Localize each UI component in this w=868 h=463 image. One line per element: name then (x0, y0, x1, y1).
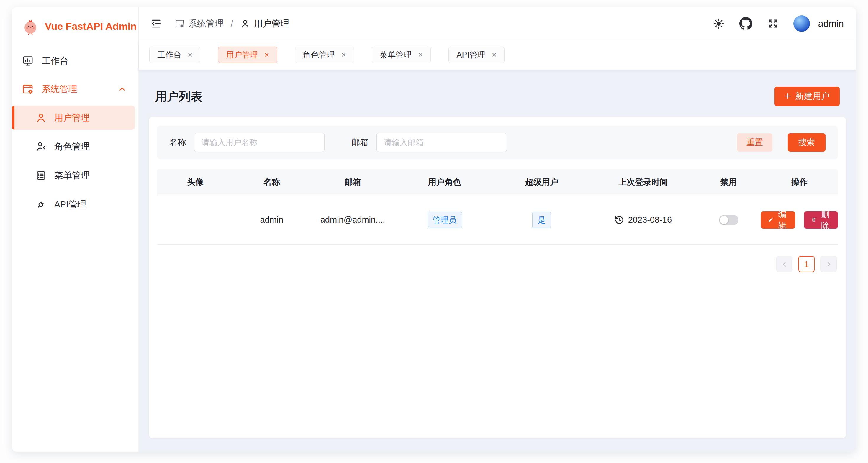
tab-close-icon[interactable]: × (265, 51, 269, 59)
tab-label: 角色管理 (303, 49, 335, 60)
new-user-button[interactable]: + 新建用户 (774, 87, 840, 106)
delete-button[interactable]: 删除 (804, 211, 838, 229)
sidebar-item-workbench[interactable]: 工作台 (12, 49, 138, 72)
user-table: 头像 名称 邮箱 用户角色 超级用户 上次登录时间 禁用 操作 admin ad… (157, 169, 838, 245)
tab-strip: 工作台 × 用户管理 × 角色管理 × 菜单管理 × API管理 × (139, 40, 856, 70)
disabled-toggle[interactable] (719, 215, 739, 225)
sidebar-item-label: 工作台 (42, 55, 68, 67)
cell-role: 管理员 (396, 212, 493, 228)
cell-last-login: 2023-08-16 (590, 215, 696, 225)
window-gear-icon (22, 83, 34, 95)
monitor-icon (22, 55, 34, 67)
filter-bar: 名称 邮箱 重置 搜索 (157, 126, 838, 159)
sidebar-item-user-management[interactable]: 用户管理 (12, 106, 135, 130)
history-clock-icon (615, 215, 624, 225)
breadcrumb-separator: / (231, 19, 233, 29)
edit-button[interactable]: 编辑 (761, 211, 795, 229)
sidebar-collapse-icon[interactable] (149, 17, 163, 30)
tab-close-icon[interactable]: × (188, 51, 192, 59)
plus-icon: + (784, 91, 791, 101)
page-title: 用户列表 (155, 89, 203, 105)
app-window: Vue FastAPI Admin 工作台 系统管理 (12, 7, 856, 452)
sidebar-item-role-management[interactable]: 角色管理 (12, 134, 135, 159)
cell-actions: 编辑 删除 (761, 211, 838, 229)
name-filter-label: 名称 (169, 137, 186, 148)
name-filter-input[interactable] (194, 133, 324, 152)
pencil-icon (768, 216, 773, 224)
column-superuser: 超级用户 (493, 177, 590, 188)
top-actions: admin (712, 15, 844, 32)
next-page-button[interactable] (820, 256, 837, 272)
chick-logo-icon (22, 18, 39, 35)
sidebar-item-menu-management[interactable]: 菜单管理 (12, 163, 135, 188)
tab-role-management[interactable]: 角色管理 × (295, 46, 354, 63)
tab-label: API管理 (457, 49, 485, 60)
role-tag: 管理员 (428, 212, 462, 228)
tab-menu-management[interactable]: 菜单管理 × (372, 46, 431, 63)
sidebar-item-label: 系统管理 (42, 83, 77, 95)
table-header-row: 头像 名称 邮箱 用户角色 超级用户 上次登录时间 禁用 操作 (157, 169, 838, 195)
email-filter-label: 邮箱 (352, 137, 368, 148)
sidebar-item-system-management[interactable]: 系统管理 (12, 77, 138, 101)
page-header: 用户列表 + 新建用户 (149, 80, 846, 113)
username[interactable]: admin (818, 18, 844, 29)
tab-api-management[interactable]: API管理 × (448, 46, 504, 63)
tab-workbench[interactable]: 工作台 × (149, 46, 200, 63)
user-role-icon (35, 141, 46, 152)
last-login-value: 2023-08-16 (628, 215, 672, 225)
sidebar: Vue FastAPI Admin 工作台 系统管理 (12, 7, 139, 452)
superuser-tag: 是 (532, 212, 551, 228)
page-number-1[interactable]: 1 (798, 256, 815, 272)
cell-email: admin@admin.... (309, 215, 396, 225)
pagination: 1 (157, 256, 838, 272)
cell-superuser: 是 (493, 212, 590, 228)
user-icon (35, 112, 46, 123)
table-row: admin admin@admin.... 管理员 是 (157, 195, 838, 245)
column-last-login: 上次登录时间 (590, 177, 696, 188)
column-disabled: 禁用 (696, 177, 761, 188)
cell-disabled (696, 215, 761, 225)
window-gear-icon (175, 19, 185, 29)
breadcrumb-user-management[interactable]: 用户管理 (240, 18, 289, 30)
column-name: 名称 (234, 177, 309, 188)
theme-toggle-icon[interactable] (712, 17, 725, 30)
sidebar-menu: 工作台 系统管理 (12, 49, 138, 217)
tab-label: 菜单管理 (380, 49, 411, 60)
plug-icon (35, 199, 46, 210)
chevron-right-icon (825, 260, 833, 268)
breadcrumb-label: 系统管理 (188, 18, 224, 30)
breadcrumb-label: 用户管理 (254, 18, 289, 30)
github-icon[interactable] (739, 17, 753, 30)
column-avatar: 头像 (157, 177, 234, 188)
user-list-card: 名称 邮箱 重置 搜索 头像 名称 邮箱 用户角色 超级用户 (149, 117, 846, 438)
prev-page-button[interactable] (776, 256, 793, 272)
brand-title: Vue FastAPI Admin (45, 21, 136, 32)
menu-list-icon (35, 170, 46, 181)
fullscreen-icon[interactable] (766, 17, 780, 30)
search-button[interactable]: 搜索 (788, 133, 826, 152)
top-bar: 系统管理 / 用户管理 (139, 7, 856, 40)
trash-icon (811, 216, 816, 224)
breadcrumb-system-management[interactable]: 系统管理 (175, 18, 224, 30)
brand[interactable]: Vue FastAPI Admin (12, 7, 138, 35)
tab-close-icon[interactable]: × (341, 51, 346, 59)
user-avatar[interactable] (793, 15, 810, 32)
column-actions: 操作 (761, 177, 838, 188)
email-filter-input[interactable] (376, 133, 507, 152)
tab-close-icon[interactable]: × (492, 51, 497, 59)
breadcrumb: 系统管理 / 用户管理 (175, 18, 289, 30)
chevron-left-icon (781, 260, 788, 268)
main-area: 系统管理 / 用户管理 (139, 7, 856, 452)
tab-close-icon[interactable]: × (418, 51, 423, 59)
column-email: 邮箱 (309, 177, 396, 188)
cell-name: admin (234, 215, 309, 225)
tab-label: 工作台 (157, 49, 181, 60)
tab-label: 用户管理 (226, 49, 258, 60)
content-area: 用户列表 + 新建用户 名称 邮箱 重置 搜索 (139, 70, 856, 452)
chevron-up-icon (118, 85, 127, 94)
toggle-knob (720, 216, 728, 224)
sidebar-item-api-management[interactable]: API管理 (12, 192, 135, 217)
reset-button[interactable]: 重置 (737, 133, 772, 152)
column-role: 用户角色 (396, 177, 493, 188)
tab-user-management[interactable]: 用户管理 × (218, 46, 277, 63)
